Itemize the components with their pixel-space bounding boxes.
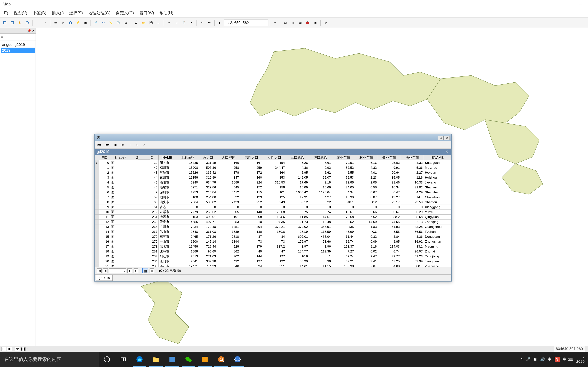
table-cell[interactable]: 15 xyxy=(99,234,110,239)
table-cell[interactable]: 佛山市 xyxy=(159,229,176,234)
table-cell[interactable]: 171.26 xyxy=(199,234,217,239)
table-cell[interactable]: 394 xyxy=(240,225,263,229)
table-cell[interactable]: 379.02 xyxy=(286,225,309,229)
table-cell[interactable]: 49 xyxy=(240,249,263,254)
table-cell[interactable]: 0 xyxy=(176,205,199,210)
table-cell[interactable]: 1953 xyxy=(176,190,199,195)
table-cell[interactable]: 4412 xyxy=(217,190,240,195)
table-cell[interactable]: 5 xyxy=(99,185,110,190)
open-icon[interactable]: 📂 xyxy=(140,19,147,26)
table-cell[interactable]: Zhongshan xyxy=(424,239,451,244)
data-view-icon[interactable]: ▢ xyxy=(1,347,6,351)
table-cell[interactable]: 321.19 xyxy=(199,160,217,165)
table-cell[interactable]: 164 xyxy=(263,170,286,175)
table-cell[interactable]: 4.29 xyxy=(401,190,424,195)
table-cell[interactable]: 46 xyxy=(131,185,159,190)
table-cell[interactable]: 432 xyxy=(217,259,240,264)
table-cell[interactable]: 158 xyxy=(263,185,286,190)
table-cell[interactable]: 35.05 xyxy=(378,175,401,180)
table-cell[interactable]: Jieyang xyxy=(424,180,451,185)
table-cell[interactable]: 肇庆市 xyxy=(159,219,176,225)
table-cell[interactable]: 面 xyxy=(110,180,131,185)
table-row[interactable]: 18面281珠海市168895.698624947184.77213.397.2… xyxy=(95,249,451,254)
table-cell[interactable]: 面 xyxy=(110,215,131,219)
table-cell[interactable]: 49.91 xyxy=(378,165,401,170)
table-cell[interactable]: 汕尾市 xyxy=(159,185,176,190)
table-cell[interactable]: 20 xyxy=(99,259,110,264)
table-cell[interactable]: 59.24 xyxy=(332,254,355,259)
table-cell[interactable]: 545 xyxy=(217,185,240,190)
table-cell[interactable]: 11 xyxy=(99,215,110,219)
tray-chevron-icon[interactable]: ^ xyxy=(521,357,523,362)
table-cell[interactable]: 11458 xyxy=(176,244,199,249)
table-row[interactable]: 7面59潮州市3100254.0682212912517.914.2718.99… xyxy=(95,195,451,200)
table-cell[interactable]: 14.4 xyxy=(401,195,424,200)
table-cell[interactable]: 韶关市 xyxy=(159,160,176,165)
task-view-icon[interactable] xyxy=(115,352,131,367)
table-cell[interactable]: Zhaoqing xyxy=(424,219,451,225)
table-cell[interactable]: 126.68 xyxy=(263,210,286,215)
table-cell[interactable]: 258 xyxy=(217,165,240,170)
table-cell[interactable]: 75.68 xyxy=(332,215,355,219)
pointer-icon[interactable]: ➤ xyxy=(60,19,66,26)
table-cell[interactable]: 18 xyxy=(99,249,110,254)
model-builder-icon[interactable]: ⚙ xyxy=(322,19,329,26)
table-cell[interactable]: 7.52 xyxy=(355,215,378,219)
table-cell[interactable]: 8 xyxy=(99,200,110,205)
column-header[interactable]: Shape * xyxy=(110,155,131,160)
table-cell[interactable]: 5271 xyxy=(176,185,199,190)
table-cell[interactable]: 87 xyxy=(240,234,263,239)
add-data-icon[interactable]: ◆ xyxy=(216,19,223,26)
identify-icon[interactable]: i xyxy=(67,19,74,26)
table-row[interactable]: 4面45揭阳市5240634.781088324310.5317.693.187… xyxy=(95,180,451,185)
nav-current-input[interactable] xyxy=(109,268,126,273)
table-cell[interactable]: 602.01 xyxy=(286,234,309,239)
table-cell[interactable]: 0 xyxy=(332,205,355,210)
table-cell[interactable]: 3.84 xyxy=(378,234,401,239)
attr-maximize-icon[interactable]: □ xyxy=(438,136,444,140)
table-cell[interactable]: 0 xyxy=(401,205,424,210)
table-cell[interactable]: 3.41 xyxy=(355,259,378,264)
table-cell[interactable]: 22 xyxy=(309,200,332,205)
table-cell[interactable]: 0.2 xyxy=(355,200,378,205)
table-cell[interactable]: 14.61 xyxy=(286,264,309,267)
table-cell[interactable]: 160 xyxy=(240,175,263,180)
chevron-left-icon[interactable]: ‹ xyxy=(26,347,29,350)
table-cell[interactable]: 面 xyxy=(110,175,131,180)
table-row[interactable]: 6面47深圳市1953216.8444121151011685.421190.6… xyxy=(95,190,451,195)
table-cell[interactable]: 270 xyxy=(131,234,159,239)
table-cell[interactable]: 14.57 xyxy=(309,215,332,219)
delete-selected-icon[interactable]: ✕ xyxy=(141,142,147,148)
table-cell[interactable]: 39 xyxy=(131,160,159,165)
table-cell[interactable]: 103.52 xyxy=(332,219,355,225)
table-cell[interactable]: Zhanjiang xyxy=(424,264,451,267)
table-cell[interactable]: 466.04 xyxy=(309,234,332,239)
table-cell[interactable]: 11.15 xyxy=(309,264,332,267)
column-header[interactable]: Z______ID xyxy=(131,155,159,160)
table-cell[interactable]: 84 xyxy=(263,234,286,239)
table-cell[interactable]: 159.98 xyxy=(332,264,355,267)
table-cell[interactable]: 21 xyxy=(99,264,110,267)
table-cell[interactable]: 0 xyxy=(240,205,263,210)
table-cell[interactable]: Shaoguan xyxy=(424,160,451,165)
table-cell[interactable]: 213.39 xyxy=(309,249,332,254)
table-cell[interactable]: 337.2 xyxy=(263,244,286,249)
table-cell[interactable]: 528 xyxy=(217,244,240,249)
table-cell[interactable]: 244.47 xyxy=(263,165,286,170)
arcmap-icon[interactable] xyxy=(229,352,246,367)
table-cell[interactable]: 9 xyxy=(99,205,110,210)
copy-icon[interactable]: ⎘ xyxy=(173,19,180,26)
table-cell[interactable]: 0 xyxy=(309,205,332,210)
table-cell[interactable]: 0 xyxy=(355,205,378,210)
table-cell[interactable]: 45 xyxy=(131,180,159,185)
scale-combo[interactable] xyxy=(224,19,268,26)
table-cell[interactable]: 面 xyxy=(110,160,131,165)
table-cell[interactable]: 1 xyxy=(99,165,110,170)
table-cell[interactable]: 254 xyxy=(131,215,159,219)
table-cell[interactable]: 17 xyxy=(99,244,110,249)
goto-xy-icon[interactable]: XY xyxy=(100,19,107,26)
table-cell[interactable]: 73 xyxy=(263,239,286,244)
table-cell[interactable]: 192 xyxy=(263,259,286,264)
column-header[interactable]: 农业产值 xyxy=(332,155,355,160)
table-cell[interactable]: 面 xyxy=(110,225,131,229)
